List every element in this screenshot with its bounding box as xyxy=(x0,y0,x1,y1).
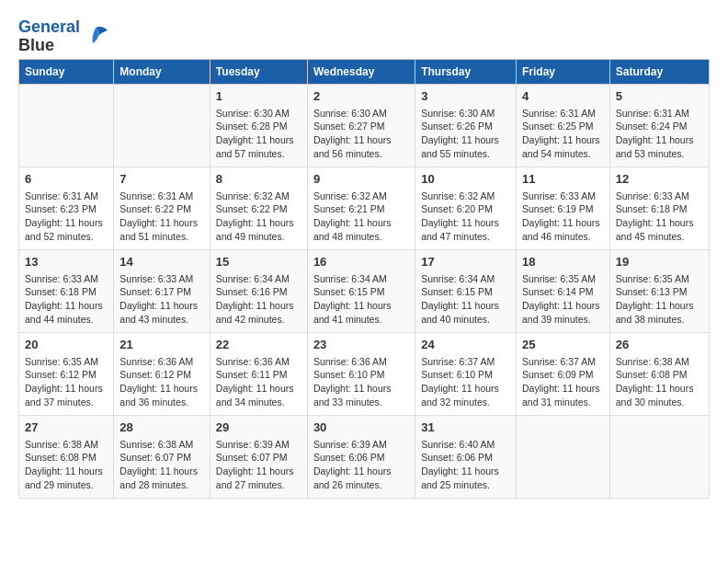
day-info: Sunset: 6:21 PM xyxy=(313,202,409,216)
day-info: Sunrise: 6:33 AM xyxy=(522,190,604,203)
day-info: Daylight: 11 hours and 51 minutes. xyxy=(119,216,204,243)
day-info: Daylight: 11 hours and 45 minutes. xyxy=(616,216,703,243)
day-info: Daylight: 11 hours and 33 minutes. xyxy=(313,382,409,408)
day-info: Daylight: 11 hours and 31 minutes. xyxy=(522,382,604,408)
calendar-cell: 23Sunrise: 6:36 AMSunset: 6:10 PMDayligh… xyxy=(307,332,415,415)
day-info: Daylight: 11 hours and 27 minutes. xyxy=(216,465,301,491)
day-info: Sunset: 6:16 PM xyxy=(216,285,301,299)
calendar-cell xyxy=(609,415,709,498)
day-info: Daylight: 11 hours and 36 minutes. xyxy=(119,382,204,408)
day-info: Daylight: 11 hours and 49 minutes. xyxy=(216,216,301,243)
day-info: Daylight: 11 hours and 54 minutes. xyxy=(522,133,604,160)
calendar-cell: 28Sunrise: 6:38 AMSunset: 6:07 PMDayligh… xyxy=(114,415,210,498)
day-info: Sunset: 6:18 PM xyxy=(616,202,703,216)
day-info: Daylight: 11 hours and 41 minutes. xyxy=(313,299,409,326)
calendar-cell: 30Sunrise: 6:39 AMSunset: 6:06 PMDayligh… xyxy=(307,415,415,498)
day-info: Daylight: 11 hours and 47 minutes. xyxy=(421,216,510,243)
day-info: Sunset: 6:07 PM xyxy=(216,451,301,465)
calendar-header-wednesday: Wednesday xyxy=(307,59,415,84)
calendar-cell: 19Sunrise: 6:35 AMSunset: 6:13 PMDayligh… xyxy=(609,249,709,332)
day-info: Sunrise: 6:34 AM xyxy=(421,272,510,286)
day-info: Sunset: 6:22 PM xyxy=(119,202,204,216)
day-info: Sunset: 6:22 PM xyxy=(216,202,301,216)
day-info: Sunrise: 6:39 AM xyxy=(313,438,409,452)
day-info: Sunset: 6:19 PM xyxy=(522,202,604,216)
day-info: Sunset: 6:08 PM xyxy=(616,368,703,382)
day-info: Sunset: 6:06 PM xyxy=(421,451,510,465)
day-number: 5 xyxy=(616,88,703,105)
day-info: Daylight: 11 hours and 37 minutes. xyxy=(25,382,108,408)
day-info: Daylight: 11 hours and 46 minutes. xyxy=(522,216,604,243)
day-info: Daylight: 11 hours and 57 minutes. xyxy=(216,133,301,160)
day-info: Sunset: 6:20 PM xyxy=(421,202,510,216)
day-info: Sunrise: 6:35 AM xyxy=(616,272,703,286)
day-info: Daylight: 11 hours and 25 minutes. xyxy=(421,465,510,491)
day-info: Daylight: 11 hours and 29 minutes. xyxy=(25,465,108,491)
calendar-cell: 2Sunrise: 6:30 AMSunset: 6:27 PMDaylight… xyxy=(307,84,415,167)
page-header: GeneralBlue xyxy=(18,18,710,55)
calendar-cell: 26Sunrise: 6:38 AMSunset: 6:08 PMDayligh… xyxy=(609,332,709,415)
day-number: 29 xyxy=(216,419,301,436)
calendar-cell: 20Sunrise: 6:35 AMSunset: 6:12 PMDayligh… xyxy=(19,332,114,415)
calendar-header-tuesday: Tuesday xyxy=(210,59,307,84)
logo-bird-icon xyxy=(82,23,109,51)
calendar-cell: 27Sunrise: 6:38 AMSunset: 6:08 PMDayligh… xyxy=(19,415,114,498)
calendar-cell xyxy=(114,84,210,167)
calendar-cell: 25Sunrise: 6:37 AMSunset: 6:09 PMDayligh… xyxy=(516,332,609,415)
day-number: 18 xyxy=(522,254,604,270)
day-number: 26 xyxy=(616,337,703,353)
day-info: Sunset: 6:12 PM xyxy=(25,368,108,382)
calendar-cell xyxy=(516,415,609,498)
day-number: 7 xyxy=(119,171,204,188)
day-info: Sunrise: 6:30 AM xyxy=(313,107,409,121)
calendar-cell: 3Sunrise: 6:30 AMSunset: 6:26 PMDaylight… xyxy=(415,84,517,167)
day-info: Sunrise: 6:35 AM xyxy=(522,272,604,286)
calendar-header-row: SundayMondayTuesdayWednesdayThursdayFrid… xyxy=(19,59,710,84)
day-info: Sunrise: 6:32 AM xyxy=(313,190,409,203)
day-info: Sunset: 6:15 PM xyxy=(313,285,409,299)
day-info: Sunset: 6:23 PM xyxy=(25,202,108,216)
day-info: Sunrise: 6:34 AM xyxy=(313,272,409,286)
day-info: Daylight: 11 hours and 32 minutes. xyxy=(421,382,510,408)
day-info: Sunrise: 6:30 AM xyxy=(216,107,301,121)
day-number: 11 xyxy=(522,171,604,188)
day-info: Sunset: 6:07 PM xyxy=(119,451,204,465)
calendar-cell: 11Sunrise: 6:33 AMSunset: 6:19 PMDayligh… xyxy=(516,167,609,249)
day-info: Sunrise: 6:37 AM xyxy=(421,355,510,369)
day-info: Sunrise: 6:31 AM xyxy=(522,107,604,121)
day-number: 16 xyxy=(313,254,409,270)
day-info: Sunrise: 6:32 AM xyxy=(216,190,301,203)
calendar-table: SundayMondayTuesdayWednesdayThursdayFrid… xyxy=(18,59,710,499)
calendar-cell: 16Sunrise: 6:34 AMSunset: 6:15 PMDayligh… xyxy=(307,249,415,332)
day-number: 31 xyxy=(421,419,510,436)
calendar-week-row: 1Sunrise: 6:30 AMSunset: 6:28 PMDaylight… xyxy=(19,84,710,167)
calendar-cell: 22Sunrise: 6:36 AMSunset: 6:11 PMDayligh… xyxy=(210,332,307,415)
day-info: Daylight: 11 hours and 26 minutes. xyxy=(313,465,409,491)
day-info: Sunrise: 6:38 AM xyxy=(616,355,703,369)
day-info: Sunset: 6:18 PM xyxy=(25,285,108,299)
calendar-cell: 29Sunrise: 6:39 AMSunset: 6:07 PMDayligh… xyxy=(210,415,307,498)
calendar-cell xyxy=(19,84,114,167)
day-info: Daylight: 11 hours and 30 minutes. xyxy=(616,382,703,408)
calendar-cell: 5Sunrise: 6:31 AMSunset: 6:24 PMDaylight… xyxy=(609,84,709,167)
day-info: Daylight: 11 hours and 38 minutes. xyxy=(616,299,703,326)
day-info: Daylight: 11 hours and 42 minutes. xyxy=(216,299,301,326)
calendar-week-row: 20Sunrise: 6:35 AMSunset: 6:12 PMDayligh… xyxy=(19,332,710,415)
calendar-header-sunday: Sunday xyxy=(19,59,114,84)
day-info: Sunrise: 6:36 AM xyxy=(119,355,204,369)
day-number: 8 xyxy=(216,171,301,188)
calendar-cell: 31Sunrise: 6:40 AMSunset: 6:06 PMDayligh… xyxy=(415,415,517,498)
day-info: Daylight: 11 hours and 56 minutes. xyxy=(313,133,409,160)
day-number: 14 xyxy=(119,254,204,270)
day-info: Sunrise: 6:31 AM xyxy=(25,190,108,203)
day-number: 22 xyxy=(216,337,301,353)
day-info: Sunset: 6:17 PM xyxy=(119,285,204,299)
day-number: 28 xyxy=(119,419,204,436)
logo: GeneralBlue xyxy=(18,18,109,55)
day-number: 25 xyxy=(522,337,604,353)
day-info: Sunrise: 6:30 AM xyxy=(421,107,510,121)
day-number: 21 xyxy=(119,337,204,353)
day-info: Sunrise: 6:31 AM xyxy=(616,107,703,121)
day-info: Sunset: 6:11 PM xyxy=(216,368,301,382)
day-info: Sunset: 6:08 PM xyxy=(25,451,108,465)
